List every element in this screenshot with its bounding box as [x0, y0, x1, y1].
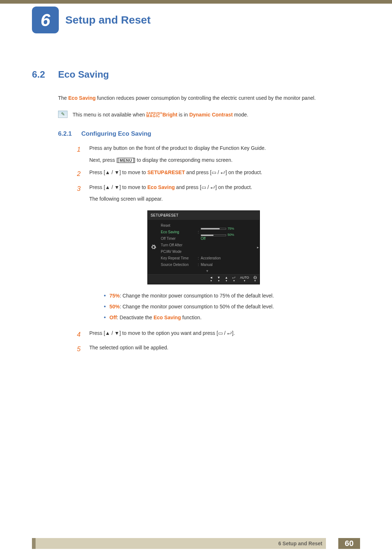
osd-enter-icon: ⮐▾	[232, 276, 236, 282]
step4-pre: Press [	[89, 330, 105, 336]
osd-auto-label: AUTO	[240, 276, 249, 279]
step-4: 4 Press [▲ / ▼] to move to the option yo…	[77, 329, 359, 340]
step1a: Press any button on the front of the pro…	[89, 144, 359, 153]
samsung-magic-logo: SAMSUNGMAGIC	[146, 112, 162, 118]
subsection-number: 6.2.1	[58, 130, 76, 138]
section-heading: 6.2 Eco Saving	[32, 69, 359, 80]
osd-man: Manual	[201, 262, 254, 268]
steps-list: 1 Press any button on the front of the p…	[77, 144, 359, 355]
section-title: Eco Saving	[58, 69, 109, 80]
b2-hl: 50%	[110, 304, 120, 309]
step2-target: SETUP&RESET	[147, 169, 185, 175]
osd-nav-down-icon: ▼	[161, 268, 254, 274]
option-bullets: •75%: Change the monitor power consumpti…	[104, 292, 359, 322]
step2-body: Press [▲ / ▼] to move to SETUP&RESET and…	[89, 168, 359, 177]
bullet-dot-icon: •	[104, 303, 106, 311]
updown-icon: ▲ / ▼	[105, 330, 119, 336]
b3-b: function.	[181, 315, 201, 320]
intro-pre: The	[58, 95, 68, 101]
osd-item-srcdet: Source Detection	[161, 262, 198, 268]
step2-post: ] on the product.	[225, 169, 262, 175]
subsection-title: Configuring Eco Saving	[81, 130, 151, 138]
osd-left-rail	[148, 220, 159, 274]
step3-target: Eco Saving	[147, 184, 175, 190]
step2-mid1: ] to move to	[119, 169, 147, 175]
gear-icon	[151, 244, 156, 250]
footer-text: 6 Setup and Reset	[278, 541, 322, 546]
step1b-post: ] to display the corresponding menu scre…	[134, 157, 233, 163]
osd-up-icon: ▲▾	[225, 276, 228, 282]
enter-icon: ▭ / ⮐	[201, 184, 216, 190]
page-footer: 6 Setup and Reset 60	[0, 538, 392, 554]
menu-key: MENU	[118, 158, 134, 163]
step4-mid: ] to move to the option you want and pre…	[119, 330, 218, 336]
bullet-off: •Off: Deactivate the Eco Saving function…	[104, 313, 359, 321]
intro-paragraph: The Eco Saving function reduces power co…	[58, 94, 359, 103]
dynamic-contrast-label: Dynamic Contrast	[189, 112, 233, 118]
bullet-50: •50%: Change the monitor power consumpti…	[104, 303, 359, 311]
intro-post: function reduces power consumption by co…	[95, 95, 315, 101]
bullet-dot-icon: •	[104, 292, 106, 300]
note-pre: This menu is not available when	[73, 112, 146, 118]
step-1: 1 Press any button on the front of the p…	[77, 144, 359, 165]
enter-icon: ▭ / ⮐	[212, 169, 226, 175]
page-number: 60	[338, 538, 360, 549]
step3-mid1: ] to move to	[119, 184, 147, 190]
step3-post: ] on the product.	[215, 184, 252, 190]
step1b: Next, press [MENU] to display the corres…	[89, 156, 359, 165]
enter-icon: ▭ / ⮐	[218, 330, 232, 336]
b3-a: : Deactivate the	[117, 315, 154, 320]
step-number: 5	[77, 344, 82, 355]
footer-bar: 6 Setup and Reset	[32, 538, 326, 549]
osd-item-pcav: PC/AV Mode	[161, 249, 198, 255]
step-number: 1	[77, 144, 82, 155]
chapter-title: Setup and Reset	[65, 14, 151, 26]
osd-75: 75%	[228, 226, 234, 231]
step-number: 3	[77, 183, 82, 194]
osd-item-offtimer: Off Timer	[161, 235, 198, 242]
step-number: 2	[77, 168, 82, 180]
section-number: 6.2	[32, 69, 50, 80]
osd-item-keyrep: Key Repeat Time	[161, 255, 198, 261]
osd-back-icon: ◄▾	[209, 276, 213, 282]
b3-eco: Eco Saving	[154, 315, 181, 320]
bullet-dot-icon: •	[104, 313, 106, 321]
note-icon: ✎	[58, 111, 68, 118]
osd-arrow-right-icon: ▸	[256, 220, 260, 274]
step-3: 3 Press [▲ / ▼] to move to Eco Saving an…	[77, 183, 359, 325]
step3-line1: Press [▲ / ▼] to move to Eco Saving and …	[89, 183, 359, 192]
top-accent-bar	[0, 0, 392, 4]
step3-mid2: and press [	[175, 184, 201, 190]
note-mid: is in	[177, 112, 189, 118]
bullet-75: •75%: Change the monitor power consumpti…	[104, 292, 359, 300]
b3-hl: Off	[110, 315, 117, 320]
intro-highlight: Eco Saving	[68, 95, 95, 101]
step2-pre: Press [	[89, 169, 105, 175]
step4-body: Press [▲ / ▼] to move to the option you …	[89, 329, 359, 338]
chapter-banner: 6 Setup and Reset	[32, 7, 151, 33]
step-number: 4	[77, 329, 82, 340]
note-post: mode.	[233, 112, 248, 118]
step5-body: The selected option will be applied.	[89, 344, 359, 352]
osd-item-turnoff: Turn Off After	[161, 242, 198, 248]
step-2: 2 Press [▲ / ▼] to move to SETUP&RESET a…	[77, 168, 359, 180]
osd-off: Off	[201, 235, 254, 242]
step-5: 5 The selected option will be applied.	[77, 344, 359, 355]
osd-item-eco: Eco Saving	[161, 229, 198, 235]
osd-acc: Acceleration	[201, 255, 254, 261]
osd-screenshot: SETUP&RESET Reset Eco Saving :	[147, 210, 359, 284]
section-content: 6.2 Eco Saving The Eco Saving function r…	[32, 69, 359, 358]
brand-bot: MAGIC	[146, 114, 160, 118]
footer-accent	[32, 538, 36, 549]
subsection-heading: 6.2.1 Configuring Eco Saving	[58, 130, 359, 138]
b1-text: : Change the monitor power consumption t…	[120, 293, 274, 299]
bright-label: Bright	[163, 112, 177, 118]
step3-pre: Press [	[89, 184, 105, 190]
step2-mid2: and press [	[185, 169, 211, 175]
osd-item-reset: Reset	[161, 222, 198, 229]
step3-tail: The following screen will appear.	[89, 195, 359, 204]
b2-text: : Change the monitor power consumption t…	[120, 304, 274, 309]
updown-icon: ▲ / ▼	[105, 169, 119, 175]
step1b-pre: Next, press [	[89, 157, 118, 163]
updown-icon: ▲ / ▼	[105, 184, 119, 190]
